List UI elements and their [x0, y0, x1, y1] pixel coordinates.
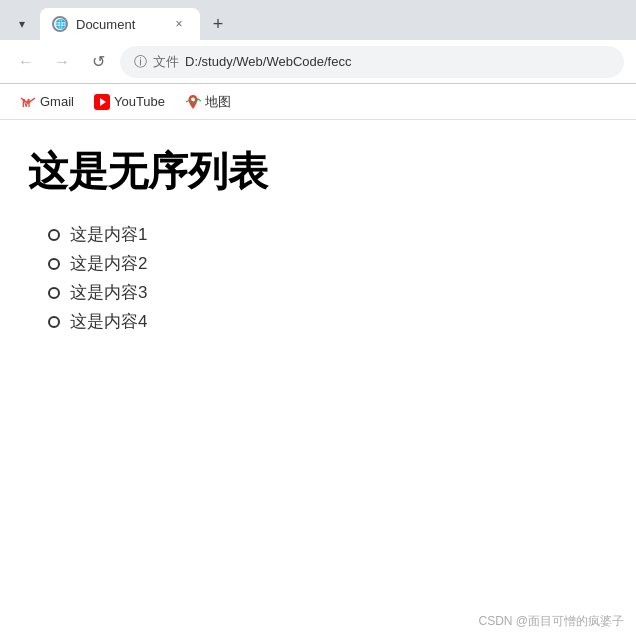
svg-text:M: M	[22, 98, 30, 109]
watermark: CSDN @面目可憎的疯婆子	[478, 613, 624, 630]
youtube-label: YouTube	[114, 94, 165, 109]
reload-button[interactable]: ↺	[84, 48, 112, 76]
bookmarks-bar: M Gmail YouTube 地图	[0, 84, 636, 120]
address-bar: ← → ↺ ⓘ 文件 D:/study/Web/WebCode/fecc	[0, 40, 636, 84]
list-item: 这是内容3	[48, 281, 608, 304]
address-input[interactable]: ⓘ 文件 D:/study/Web/WebCode/fecc	[120, 46, 624, 78]
gmail-icon: M	[20, 94, 36, 110]
chevron-down-icon: ▾	[19, 17, 25, 31]
forward-button[interactable]: →	[48, 48, 76, 76]
tab-dropdown-button[interactable]: ▾	[8, 10, 36, 38]
info-icon: ⓘ	[134, 53, 147, 71]
tab-close-button[interactable]: ×	[170, 15, 188, 33]
list-item: 这是内容2	[48, 252, 608, 275]
tab-title: Document	[76, 17, 162, 32]
page-heading: 这是无序列表	[28, 144, 608, 199]
tab-bar: ▾ 🌐 Document × +	[0, 0, 636, 40]
page-content: 这是无序列表 这是内容1 这是内容2 这是内容3 这是内容4	[0, 120, 636, 363]
list-item: 这是内容1	[48, 223, 608, 246]
list-item-text: 这是内容2	[70, 252, 147, 275]
bookmark-maps[interactable]: 地图	[177, 89, 239, 115]
list-item-text: 这是内容3	[70, 281, 147, 304]
url-text: D:/study/Web/WebCode/fecc	[185, 54, 351, 69]
list-item-text: 这是内容1	[70, 223, 147, 246]
file-label: 文件	[153, 53, 179, 71]
bookmark-gmail[interactable]: M Gmail	[12, 90, 82, 114]
unordered-list: 这是内容1 这是内容2 这是内容3 这是内容4	[28, 223, 608, 333]
youtube-icon	[94, 94, 110, 110]
browser-chrome: ▾ 🌐 Document × + ← → ↺ ⓘ 文件 D:/study/Web…	[0, 0, 636, 120]
maps-icon	[185, 94, 201, 110]
tab-favicon: 🌐	[52, 16, 68, 32]
reload-icon: ↺	[92, 52, 105, 71]
maps-label: 地图	[205, 93, 231, 111]
list-item-text: 这是内容4	[70, 310, 147, 333]
bookmark-youtube[interactable]: YouTube	[86, 90, 173, 114]
forward-icon: →	[54, 53, 70, 71]
back-icon: ←	[18, 53, 34, 71]
back-button[interactable]: ←	[12, 48, 40, 76]
active-tab[interactable]: 🌐 Document ×	[40, 8, 200, 40]
gmail-label: Gmail	[40, 94, 74, 109]
list-item: 这是内容4	[48, 310, 608, 333]
new-tab-button[interactable]: +	[204, 10, 232, 38]
